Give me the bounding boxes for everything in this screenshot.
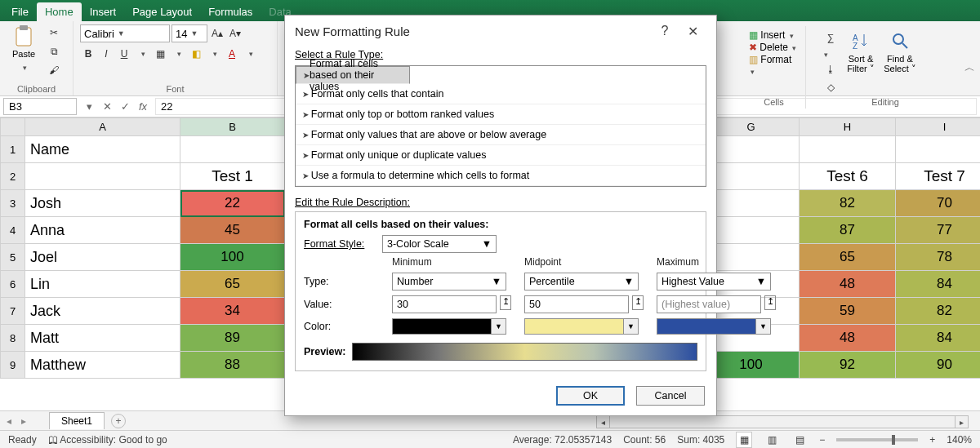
cell-B3[interactable]: 22 [180, 190, 285, 217]
sheet-nav-prev-icon[interactable]: ◂ [7, 415, 11, 427]
cell-A4[interactable]: Anna [25, 217, 180, 244]
cell-H4[interactable]: 87 [800, 217, 896, 244]
name-box[interactable]: B3 [3, 98, 77, 115]
cell-A7[interactable]: Jack [25, 298, 180, 325]
zoom-out-icon[interactable]: − [819, 434, 825, 446]
row-head-3[interactable]: 3 [1, 190, 25, 217]
font-size-combo[interactable]: 14▼ [172, 24, 207, 42]
rule-type-list[interactable]: Format all cells based on their valuesFo… [295, 65, 706, 187]
zoom-slider[interactable] [836, 438, 918, 441]
row-head-1[interactable]: 1 [1, 136, 25, 163]
cell-H2[interactable]: Test 6 [800, 163, 896, 190]
autosum-icon[interactable]: ∑ [822, 29, 839, 46]
cell-I8[interactable]: 84 [896, 325, 981, 352]
autosum-dropdown-icon[interactable] [822, 47, 839, 60]
rule-type-option[interactable]: Format only top or bottom ranked values [296, 104, 706, 125]
min-type-select[interactable]: Number▼ [392, 273, 506, 291]
clear-icon[interactable]: ◇ [822, 79, 839, 95]
cell-I7[interactable]: 82 [896, 298, 981, 325]
zoom-in-icon[interactable]: + [929, 434, 935, 446]
paste-dropdown-icon[interactable] [21, 60, 27, 73]
cell-H8[interactable]: 48 [800, 325, 896, 352]
sheet-tab[interactable]: Sheet1 [49, 412, 105, 429]
collapse-ribbon-icon[interactable]: ︿ [964, 60, 975, 75]
insert-dropdown-icon[interactable] [788, 29, 794, 41]
font-color-dropdown-icon[interactable] [242, 46, 258, 62]
mid-value-input[interactable]: 50 [524, 295, 629, 313]
sort-filter-button[interactable]: AZ Sort &Filter ˅ [844, 29, 878, 73]
font-family-combo[interactable]: Calibri▼ [80, 24, 170, 42]
row-head-2[interactable]: 2 [1, 163, 25, 190]
tab-home[interactable]: Home [37, 2, 82, 21]
dialog-help-icon[interactable]: ? [651, 24, 679, 39]
cell-B9[interactable]: 88 [180, 352, 285, 379]
cell-I4[interactable]: 77 [896, 217, 981, 244]
delete-dropdown-icon[interactable] [791, 42, 796, 53]
cell-A3[interactable]: Josh [25, 190, 180, 217]
increase-font-icon[interactable]: A▴ [209, 25, 225, 42]
row-head-4[interactable]: 4 [1, 217, 25, 244]
fx-icon[interactable]: fx [134, 100, 152, 113]
sheet-nav-next-icon[interactable]: ▸ [21, 415, 26, 427]
decrease-font-icon[interactable]: A▾ [227, 25, 243, 42]
horizontal-scrollbar[interactable]: ◂ ▸ [596, 415, 969, 428]
view-page-layout-icon[interactable]: ▥ [764, 432, 780, 448]
cell-G4[interactable] [703, 217, 800, 244]
max-value-input[interactable]: (Highest value) [657, 295, 761, 313]
ok-button[interactable]: OK [556, 386, 625, 406]
cell-A2[interactable] [25, 163, 180, 190]
cell-H6[interactable]: 48 [800, 271, 896, 298]
view-page-break-icon[interactable]: ▤ [791, 432, 808, 448]
accessibility-status[interactable]: 🕮 Accessibility: Good to go [48, 434, 167, 446]
min-color-picker[interactable]: ▼ [392, 318, 506, 335]
scroll-right-icon[interactable]: ▸ [955, 416, 968, 428]
fill-color-icon[interactable]: ◧ [188, 46, 204, 62]
cell-G3[interactable] [703, 190, 800, 217]
row-head-8[interactable]: 8 [1, 325, 25, 352]
cell-H5[interactable]: 65 [800, 244, 896, 271]
cells-format[interactable]: ▥ Format [749, 54, 799, 77]
select-all-corner[interactable] [1, 118, 25, 136]
cell-A8[interactable]: Matt [25, 325, 180, 352]
cell-B5[interactable]: 100 [180, 244, 285, 271]
underline-dropdown-icon[interactable] [134, 46, 150, 62]
cell-A9[interactable]: Matthew [25, 352, 180, 379]
cell-B8[interactable]: 89 [180, 325, 285, 352]
col-A[interactable]: A [25, 118, 180, 136]
cell-H3[interactable]: 82 [800, 190, 896, 217]
add-sheet-button[interactable]: + [111, 414, 126, 428]
max-value-ref-icon[interactable] [764, 295, 776, 310]
mid-type-select[interactable]: Percentile▼ [524, 273, 639, 291]
cell-I9[interactable]: 90 [896, 352, 981, 379]
bold-button[interactable]: B [80, 46, 96, 62]
row-head-7[interactable]: 7 [1, 298, 25, 325]
cell-I5[interactable]: 78 [896, 244, 981, 271]
rule-type-option[interactable]: Format all cells based on their values [296, 66, 410, 84]
tab-insert[interactable]: Insert [82, 2, 125, 21]
view-normal-icon[interactable]: ▦ [736, 432, 752, 448]
dialog-close-icon[interactable]: ✕ [679, 24, 706, 39]
cells-delete[interactable]: ✖ Delete [749, 42, 796, 53]
scroll-left-icon[interactable]: ◂ [597, 416, 610, 428]
cancel-button[interactable]: Cancel [636, 386, 705, 406]
min-value-input[interactable]: 30 [392, 295, 497, 313]
copy-icon[interactable]: ⧉ [46, 43, 62, 60]
max-type-select[interactable]: Highest Value▼ [657, 273, 771, 291]
borders-dropdown-icon[interactable] [170, 46, 186, 62]
tab-file[interactable]: File [3, 2, 37, 21]
mid-value-ref-icon[interactable] [632, 295, 644, 310]
tab-page-layout[interactable]: Page Layout [124, 2, 200, 21]
namebox-dropdown-icon[interactable]: ▾ [80, 100, 98, 113]
format-dropdown-icon[interactable] [749, 65, 755, 77]
col-H[interactable]: H [800, 118, 896, 136]
rule-type-option[interactable]: Format only values that are above or bel… [296, 125, 706, 145]
cells-insert[interactable]: ▦ Insert [749, 29, 794, 41]
font-color-icon[interactable]: A [224, 46, 240, 62]
format-painter-icon[interactable]: 🖌 [46, 62, 62, 78]
fill-icon[interactable]: ⭳ [822, 61, 839, 78]
rule-type-option[interactable]: Use a formula to determine which cells t… [296, 166, 706, 186]
cell-B6[interactable]: 65 [180, 271, 285, 298]
mid-color-picker[interactable]: ▼ [524, 318, 639, 335]
enter-formula-icon[interactable]: ✓ [116, 100, 134, 113]
cell-H7[interactable]: 59 [800, 298, 896, 325]
